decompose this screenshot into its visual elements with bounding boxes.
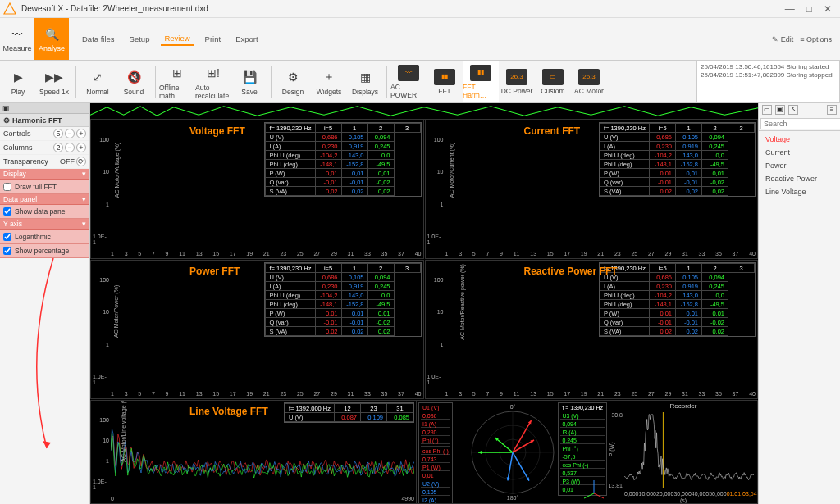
- datapanel-section-header[interactable]: Data panel▾: [0, 194, 89, 205]
- columns-plus[interactable]: +: [76, 143, 86, 152]
- recorder-ylabel: P (W): [609, 442, 614, 456]
- design-button[interactable]: ⚙Design: [275, 61, 311, 102]
- save-icon: 💾: [240, 68, 258, 86]
- line-voltage-fft-chart[interactable]: Line Voltage FFTf= 1392,000 Hz122331U (V…: [91, 401, 417, 503]
- speed-button[interactable]: ▶▶Speed 1x: [36, 61, 72, 102]
- transparency-row: Transparency OFF⟳: [0, 155, 89, 169]
- analyse-tab[interactable]: 🔍 Analyse: [34, 18, 69, 60]
- sound-label: Sound: [124, 88, 144, 96]
- transparency-toggle[interactable]: ⟳: [76, 157, 86, 166]
- dcpower-label: DC Power: [501, 87, 533, 95]
- logarithmic-row[interactable]: Logarithmic: [0, 230, 89, 244]
- show-datapanel-row[interactable]: Show data panel: [0, 205, 89, 219]
- menu-review[interactable]: Review: [161, 32, 193, 46]
- search-input[interactable]: [760, 118, 840, 129]
- recalc-button[interactable]: ⊞!Auto recalculate: [195, 61, 231, 102]
- rtab-menu[interactable]: ≡: [827, 105, 837, 115]
- x-axis: 13579111315171921232527293133353740: [111, 391, 422, 397]
- y-label: AC Motor/Reactive power (%): [459, 264, 464, 340]
- svg-marker-1: [43, 441, 51, 448]
- search-row: 🔍: [759, 116, 840, 131]
- reactive-fft-chart[interactable]: Reactive Power FFTf= 1390,230 Hzi=5123U …: [425, 260, 759, 399]
- voltage-fft-chart[interactable]: Voltage FFTf= 1390,230 Hzi=5123U (V)0,68…: [90, 120, 424, 259]
- logarithmic-checkbox[interactable]: [3, 233, 11, 241]
- edit-label: Edit: [781, 35, 794, 43]
- displays-button[interactable]: ▦Displays: [347, 61, 383, 102]
- show-percentage-checkbox[interactable]: [3, 247, 11, 255]
- fft-button[interactable]: ▮▮FFT: [427, 61, 463, 102]
- widgets-button[interactable]: ＋Widgets: [311, 61, 347, 102]
- options-link[interactable]: ≡ Options: [800, 35, 832, 43]
- dcpower-icon: 26.3: [506, 69, 527, 85]
- sound-button[interactable]: 🔇Sound: [116, 61, 152, 102]
- axes-3d-icon: [582, 477, 605, 500]
- save-label: Save: [241, 88, 257, 96]
- menu-print[interactable]: Print: [202, 33, 225, 45]
- recorder-title: Recorder: [609, 402, 757, 410]
- channel-line-voltage[interactable]: Line Voltage: [760, 185, 838, 198]
- columns-minus[interactable]: −: [65, 143, 75, 152]
- custom-button[interactable]: ▭Custom: [535, 61, 571, 102]
- y-axis: 1001011.0E-1: [427, 137, 444, 245]
- y-axis: 1001011.0E-1: [93, 277, 109, 385]
- analyse-icon: 🔍: [43, 26, 60, 43]
- draw-full-fft-row[interactable]: Draw full FFT: [0, 180, 89, 194]
- columns-value: 2: [53, 143, 63, 152]
- show-datapanel-checkbox[interactable]: [3, 207, 11, 216]
- window-close[interactable]: ✕: [824, 3, 832, 15]
- normal-label: Normal: [86, 88, 108, 96]
- menu-data-files[interactable]: Data files: [79, 33, 118, 45]
- svg-marker-0: [4, 3, 16, 14]
- channel-list: VoltageCurrentPowerReactive PowerLine Vo…: [759, 131, 840, 504]
- svg-line-25: [584, 493, 594, 498]
- save-button[interactable]: 💾Save: [231, 61, 267, 102]
- menu-setup[interactable]: Setup: [126, 33, 153, 45]
- recorder-plot: [624, 412, 754, 488]
- channel-power[interactable]: Power: [760, 159, 838, 172]
- power-fft-chart[interactable]: Power FFTf= 1390,230 Hzi=5123U (V)0,6860…: [90, 260, 424, 399]
- play-button[interactable]: ▶Play: [0, 61, 36, 102]
- acmotor-button[interactable]: 26.3AC Motor: [571, 61, 607, 102]
- controls-plus[interactable]: +: [76, 129, 86, 138]
- measure-tab[interactable]: 〰 Measure: [0, 18, 34, 60]
- edit-link[interactable]: ✎ Edit: [772, 35, 793, 43]
- svg-marker-14: [478, 451, 482, 454]
- chart-title: Line Voltage FFT: [189, 406, 268, 417]
- left-tab[interactable]: ▣: [0, 103, 89, 114]
- datapanel-hdr-label: Data panel: [3, 195, 37, 203]
- offline-button[interactable]: ⊞Offline math: [159, 61, 195, 102]
- sub-menu: Data filesSetupReviewPrintExport: [69, 18, 272, 60]
- y-axis: 1001011.0E-1: [93, 137, 109, 245]
- y-axis: 1001011.0E-1: [427, 277, 444, 385]
- window-maximize[interactable]: □: [806, 3, 812, 15]
- window-minimize[interactable]: —: [785, 3, 795, 15]
- normal-button[interactable]: ⤢Normal: [80, 61, 116, 102]
- recorder-chart[interactable]: Recorder0,00010,00020,00030,00040,00050,…: [609, 401, 757, 503]
- rtab-2[interactable]: ▣: [775, 105, 785, 115]
- menu-export[interactable]: Export: [232, 33, 261, 45]
- acpower-icon: 〰: [398, 65, 419, 81]
- rtab-3[interactable]: ↖: [788, 105, 798, 115]
- acpower-button[interactable]: 〰AC POWER: [390, 61, 427, 102]
- draw-full-fft-label: Draw full FFT: [15, 183, 57, 191]
- x-axis: 13579111315171921232527293133353740: [445, 391, 756, 397]
- rtab-1[interactable]: ▭: [762, 105, 772, 115]
- y-label: AC Motor/Power (%): [113, 285, 119, 338]
- controls-minus[interactable]: −: [65, 129, 75, 138]
- current-fft-chart[interactable]: Current FFTf= 1390,230 Hzi=5123U (V)0,68…: [425, 120, 759, 259]
- draw-full-fft-checkbox[interactable]: [3, 183, 11, 191]
- channel-reactive-power[interactable]: Reactive Power: [760, 172, 838, 185]
- yaxis-section-header[interactable]: Y axis▾: [0, 219, 89, 229]
- display-section-header[interactable]: Display▾: [0, 169, 89, 179]
- show-percentage-row[interactable]: Show percentage: [0, 244, 89, 258]
- timeline[interactable]: [90, 103, 758, 120]
- channel-current[interactable]: Current: [760, 146, 838, 159]
- displays-label: Displays: [352, 88, 378, 96]
- data-table: f= 1390,230 Hzi=5123U (V)0,6860,1050,094…: [264, 122, 421, 197]
- acmotor-icon: 26.3: [578, 69, 600, 85]
- left-header: ⚙ Harmonic FFT: [0, 114, 89, 126]
- channel-voltage[interactable]: Voltage: [760, 133, 838, 146]
- vector-plot[interactable]: U1 (V)0,086I1 (A)0,230Phi (°)cos Phi (-)…: [417, 401, 609, 503]
- fftharm-button[interactable]: ▮▮FFT Harm…: [463, 61, 499, 102]
- dcpower-button[interactable]: 26.3DC Power: [499, 61, 535, 102]
